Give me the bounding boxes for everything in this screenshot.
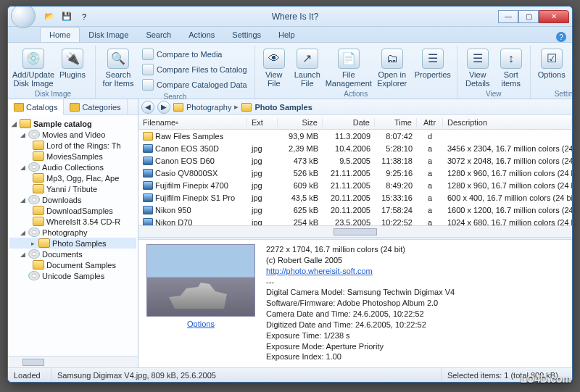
search-icon: 🔍 bbox=[107, 49, 129, 69]
list-icon: ☰ bbox=[467, 49, 489, 69]
tab-home[interactable]: Home bbox=[40, 27, 80, 42]
open-in-explorer-button[interactable]: 🗂Open in Explorer bbox=[374, 47, 410, 89]
breadcrumb-current[interactable]: Photo Samples bbox=[254, 103, 312, 112]
sidebar-tab-catalogs[interactable]: Catalogs bbox=[8, 99, 64, 115]
tree-node[interactable]: MoviesSamples bbox=[9, 151, 136, 162]
group-label: View bbox=[462, 89, 526, 99]
file-management-button[interactable]: 📄File Management bbox=[326, 47, 371, 89]
compare-to-media-button[interactable]: Compare to Media bbox=[139, 47, 250, 62]
view-details-button[interactable]: ☰View Details bbox=[462, 47, 494, 89]
tree-node[interactable]: Unicode Samples bbox=[9, 270, 136, 281]
folder-icon bbox=[33, 217, 44, 226]
col-date[interactable]: Date bbox=[323, 118, 375, 127]
tab-help[interactable]: Help bbox=[270, 28, 304, 42]
list-scrollbar[interactable] bbox=[138, 225, 572, 237]
col-filename[interactable]: Filename ▴ bbox=[138, 118, 247, 127]
status-state: Loaded bbox=[8, 368, 51, 382]
tab-disk-image[interactable]: Disk Image bbox=[80, 28, 137, 42]
app-window: 📂 💾 ? Where Is It? — ▢ ✕ Home Disk Image… bbox=[7, 6, 573, 383]
table-row[interactable]: Canon EOS D60jpg473 kB9.5.200511:38:18a3… bbox=[138, 154, 572, 167]
col-attr[interactable]: Attr bbox=[417, 118, 443, 127]
scrollbar-thumb[interactable] bbox=[334, 228, 377, 235]
scrollbar-thumb[interactable] bbox=[22, 359, 44, 366]
col-time[interactable]: Time bbox=[375, 118, 417, 127]
sort-items-button[interactable]: ↕Sort items bbox=[497, 47, 526, 89]
tree-node[interactable]: ◢Audio Collections bbox=[9, 162, 136, 172]
nav-forward-button[interactable]: ▶ bbox=[157, 101, 170, 114]
tree-node[interactable]: ◢Movies and Video bbox=[9, 129, 136, 140]
quick-access-toolbar: 📂 💾 ? bbox=[41, 9, 92, 24]
tab-settings[interactable]: Settings bbox=[223, 28, 270, 42]
folder-icon bbox=[33, 206, 44, 215]
tab-search[interactable]: Search bbox=[137, 28, 180, 42]
nav-back-button[interactable]: ◀ bbox=[141, 101, 154, 114]
tree-node[interactable]: ◢Documents bbox=[9, 249, 136, 259]
metadata-text: 2272 x 1704, 16.7 million colors (24 bit… bbox=[266, 244, 568, 363]
maximize-button[interactable]: ▢ bbox=[518, 10, 539, 23]
table-row[interactable]: Canon EOS 350Djpg2,39 MB10.4.20065:28:10… bbox=[138, 142, 572, 154]
search-for-items-button[interactable]: 🔍Search for Items bbox=[100, 47, 136, 89]
image-icon bbox=[143, 193, 153, 202]
table-row[interactable]: Fujifilm Finepix S1 Projpg43,5 kB20.11.2… bbox=[138, 191, 572, 204]
view-file-button[interactable]: 👁View File bbox=[260, 47, 289, 89]
app-icon[interactable] bbox=[11, 6, 36, 28]
tab-actions[interactable]: Actions bbox=[180, 28, 223, 42]
tree-node[interactable]: ◢Photography bbox=[9, 227, 136, 238]
tree-node[interactable]: ◢Downloads bbox=[9, 194, 136, 205]
tree-node[interactable]: Lord of the Rings: Th bbox=[9, 140, 136, 151]
close-button[interactable]: ✕ bbox=[539, 10, 569, 23]
tree-node[interactable]: Mp3, Ogg, Flac, Ape bbox=[9, 172, 136, 183]
col-description[interactable]: Description bbox=[443, 118, 572, 127]
catalog-tree[interactable]: ◢Sample catalog ◢Movies and Video Lord o… bbox=[8, 115, 138, 356]
group-label: Actions bbox=[260, 89, 452, 99]
properties-button[interactable]: ☰Properties bbox=[413, 47, 452, 80]
about-button[interactable]: iAbout bbox=[571, 47, 573, 80]
sidebar-scrollbar[interactable] bbox=[8, 356, 138, 367]
sidebar-tab-categories[interactable]: Categories bbox=[64, 99, 127, 114]
col-ext[interactable]: Ext bbox=[247, 118, 278, 127]
table-row[interactable]: Fujifilm Finepix 4700jpg609 kB21.11.2005… bbox=[138, 179, 572, 191]
sort-icon: ↕ bbox=[500, 49, 522, 69]
minimize-button[interactable]: — bbox=[498, 10, 518, 23]
breadcrumb-segment[interactable]: Photography bbox=[186, 103, 231, 112]
list-header[interactable]: Filename ▴ Ext Size Date Time Attr Descr… bbox=[138, 115, 572, 130]
table-row[interactable]: Raw Files Samples93,9 MB11.3.20098:07:42… bbox=[138, 130, 572, 142]
preview-pane: Options bbox=[143, 244, 259, 363]
table-row[interactable]: Nikon D70jpg254 kB23.5.200510:22:52a1024… bbox=[138, 216, 572, 225]
details-panel: Options 2272 x 1704, 16.7 million colors… bbox=[138, 240, 572, 367]
table-row[interactable]: Casio QV8000SXjpg526 kB21.11.20059:25:16… bbox=[138, 167, 572, 179]
qat-help-icon[interactable]: ? bbox=[76, 9, 92, 24]
watermark: LO4D.com bbox=[521, 373, 571, 385]
compare-files-to-catalog-button[interactable]: Compare Files to Catalog bbox=[139, 62, 250, 77]
source-link[interactable]: http://photo.whereisit-soft.com bbox=[266, 267, 373, 275]
launch-file-button[interactable]: ↗Launch File bbox=[291, 47, 323, 89]
explorer-icon: 🗂 bbox=[381, 49, 403, 69]
list-body[interactable]: Raw Files Samples93,9 MB11.3.20098:07:42… bbox=[138, 130, 572, 225]
tree-node-selected[interactable]: ▸Photo Samples bbox=[9, 238, 136, 249]
group-disk-image: 💿Add/Update Disk Image 🔌Plugins Disk Ima… bbox=[11, 46, 96, 99]
tree-node[interactable]: Document Samples bbox=[9, 259, 136, 270]
add-update-disk-image-button[interactable]: 💿Add/Update Disk Image bbox=[15, 47, 51, 89]
tree-node[interactable]: Yanni / Tribute bbox=[9, 183, 136, 194]
tree-node[interactable]: WhereIsIt 3.54 CD-R bbox=[9, 216, 136, 227]
properties-icon: ☰ bbox=[422, 49, 444, 69]
image-icon bbox=[143, 218, 153, 226]
qat-open-icon[interactable]: 📂 bbox=[41, 9, 57, 24]
compare-cataloged-data-button[interactable]: Compare Cataloged Data bbox=[139, 78, 250, 92]
status-bar: Loaded Samsung Digimax V4.jpg, 809 kB, 2… bbox=[8, 367, 572, 382]
help-icon[interactable]: ? bbox=[556, 32, 566, 42]
qat-save-icon[interactable]: 💾 bbox=[59, 9, 75, 24]
group-settings: ☑Options iAbout Settings bbox=[531, 46, 573, 99]
file-list: Filename ▴ Ext Size Date Time Attr Descr… bbox=[138, 115, 572, 237]
status-file-info: Samsung Digimax V4.jpg, 809 kB, 25.6.200… bbox=[51, 368, 442, 382]
table-row[interactable]: Nikon 950jpg625 kB20.11.200517:58:24a160… bbox=[138, 204, 572, 216]
preview-options-link[interactable]: Options bbox=[187, 320, 215, 328]
options-button[interactable]: ☑Options bbox=[535, 47, 568, 80]
col-size[interactable]: Size bbox=[278, 118, 323, 127]
chevron-right-icon: ▸ bbox=[234, 102, 239, 112]
tree-root[interactable]: ◢Sample catalog bbox=[9, 118, 136, 129]
tree-node[interactable]: DownloadSamples bbox=[9, 205, 136, 216]
plugins-button[interactable]: 🔌Plugins bbox=[54, 47, 91, 80]
folder-icon bbox=[33, 260, 44, 270]
preview-thumbnail[interactable] bbox=[146, 244, 255, 317]
